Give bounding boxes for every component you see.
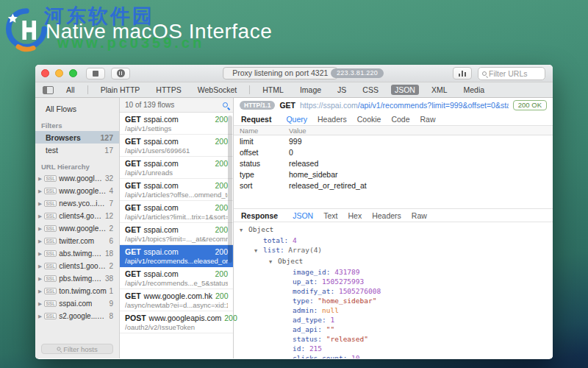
zoom-window-button[interactable] xyxy=(69,69,77,77)
flows-filter-icon[interactable] xyxy=(223,102,228,107)
flow-row[interactable]: GETsspai.com200/api/v1/articles?offse...… xyxy=(120,179,233,201)
close-window-button[interactable] xyxy=(41,69,49,77)
ssl-badge: SSL xyxy=(44,200,57,207)
disclosure-triangle-icon[interactable]: ▶ xyxy=(38,263,42,269)
json-tree-line[interactable]: id: 215 xyxy=(234,344,553,353)
flow-host: sspai.com xyxy=(144,225,179,234)
response-tab-headers[interactable]: Headers xyxy=(372,211,401,220)
stop-capture-button[interactable] xyxy=(86,68,105,79)
flows-scrollbar-thumb[interactable] xyxy=(228,116,232,263)
request-tab-raw[interactable]: Raw xyxy=(420,115,436,124)
flow-row[interactable]: GETsspai.com200/api/v1/unreads xyxy=(120,157,233,179)
json-tree-line[interactable]: ad_type: 1 xyxy=(234,315,553,325)
json-tree-line[interactable]: clicks_count: 10 xyxy=(234,353,553,358)
sidebar-toggle-icon[interactable] xyxy=(43,86,54,94)
tab-https[interactable]: HTTPS xyxy=(152,85,184,95)
tab-media[interactable]: Media xyxy=(460,85,489,95)
json-tree-line[interactable]: image_id: 431789 xyxy=(234,267,553,277)
sidebar-host-clients1-google-com[interactable]: ▶SSLclients1.google.com2 xyxy=(35,260,119,272)
host-count: 18 xyxy=(105,250,113,258)
expand-arrow-icon[interactable]: ▼ xyxy=(269,258,278,267)
json-tree-line[interactable]: ad_api: "" xyxy=(234,325,553,334)
name-column-header[interactable]: Name xyxy=(234,127,289,135)
request-url[interactable]: https://sspai.com/api/v1/recommends?limi… xyxy=(300,101,509,110)
disclosure-triangle-icon[interactable]: ▶ xyxy=(38,314,42,319)
tab-websocket[interactable]: WebSocket xyxy=(194,85,241,95)
json-tree-line[interactable]: modify_at: 1505276008 xyxy=(234,286,553,296)
sidebar-host-www-google-com-hk[interactable]: ▶SSLwww.google.com.hk32 xyxy=(35,172,119,185)
flow-method: GET xyxy=(125,225,141,234)
response-tab-hex[interactable]: Hex xyxy=(348,211,362,220)
flow-row[interactable]: GETsspai.com200/api/v1/users/699661 xyxy=(120,135,233,157)
sidebar-item-all-flows[interactable]: All Flows xyxy=(35,102,119,115)
request-tab-query[interactable]: Query xyxy=(286,115,307,124)
pause-capture-button[interactable] xyxy=(111,68,130,79)
flow-row[interactable]: GETsspai.com200/api/v1/articles?limit...… xyxy=(120,201,233,223)
response-tab-raw[interactable]: Raw xyxy=(412,211,427,220)
ssl-badge: SSL xyxy=(44,263,57,269)
disclosure-triangle-icon[interactable]: ▶ xyxy=(38,238,42,244)
sidebar-host-sspai-com[interactable]: ▶SSLsspai.com9 xyxy=(35,297,119,310)
flow-row[interactable]: GETsspai.com200/api/v1/settings xyxy=(120,113,233,135)
sidebar-host-pbs-twimg-com[interactable]: ▶SSLpbs.twimg.com38 xyxy=(35,272,119,285)
ssl-badge: SSL xyxy=(44,300,57,307)
sidebar-host-news-yco-inator-com[interactable]: ▶SSLnews.yco...inator.com7 xyxy=(35,197,119,210)
flow-host: sspai.com xyxy=(144,247,179,256)
tab-json[interactable]: JSON xyxy=(391,85,419,95)
filter-urls-field[interactable]: Filter URLs xyxy=(478,67,545,80)
disclosure-triangle-icon[interactable]: ▶ xyxy=(38,188,42,194)
disclosure-triangle-icon[interactable]: ▶ xyxy=(38,301,42,307)
response-tab-json[interactable]: JSON xyxy=(293,211,313,220)
sidebar-host-twitter-com[interactable]: ▶SSLtwitter.com6 xyxy=(35,235,119,247)
disclosure-triangle-icon[interactable]: ▶ xyxy=(38,276,42,282)
disclosure-triangle-icon[interactable]: ▶ xyxy=(38,289,42,294)
stats-button[interactable] xyxy=(453,67,472,79)
sidebar-host-www-googleapis-com[interactable]: ▶SSLwww.googleapis.com2 xyxy=(35,222,119,235)
tab-plain-http[interactable]: Plain HTTP xyxy=(97,85,144,95)
json-key: clicks_count: xyxy=(293,354,351,358)
disclosure-triangle-icon[interactable]: ▶ xyxy=(38,201,42,207)
sidebar-filter-browsers[interactable]: Browsers127 xyxy=(35,131,119,144)
json-tree-line[interactable]: type: "home_sidebar" xyxy=(234,296,553,305)
tab-html[interactable]: HTML xyxy=(259,85,287,95)
tab-js[interactable]: JS xyxy=(334,85,350,95)
flow-row[interactable]: GETwww.google.com.hk200/async/newtab?ei=… xyxy=(120,289,233,311)
value-column-header[interactable]: Value xyxy=(289,127,553,135)
flow-row[interactable]: GETsspai.com200/api/v1/recommends...elea… xyxy=(120,245,233,267)
sidebar-filter-test[interactable]: test17 xyxy=(35,144,119,156)
json-tree-line[interactable]: admin: null xyxy=(234,305,553,315)
json-tree-line[interactable]: ▼Object xyxy=(234,256,553,267)
disclosure-triangle-icon[interactable]: ▶ xyxy=(38,176,42,182)
expand-arrow-icon[interactable]: ▼ xyxy=(254,247,263,256)
sidebar-host-abs-twimg-com[interactable]: ▶SSLabs.twimg.com18 xyxy=(35,247,119,260)
filter-hosts-field[interactable]: Filter hosts xyxy=(41,344,113,354)
sidebar-host-www-google-com[interactable]: ▶SSLwww.google.com4 xyxy=(35,185,119,197)
json-tree-line[interactable]: ▼list: Array(4) xyxy=(234,245,553,256)
flow-row[interactable]: GETsspai.com200/api/v1/topics?limit=..._… xyxy=(120,223,233,245)
traffic-lights xyxy=(41,69,77,77)
sidebar-host-ton-twimg-com[interactable]: ▶SSLton.twimg.com1 xyxy=(35,285,119,297)
json-tree-line[interactable]: up_at: 1505275993 xyxy=(234,277,553,286)
json-tree-line[interactable]: status: "released" xyxy=(234,334,553,344)
disclosure-triangle-icon[interactable]: ▶ xyxy=(38,251,42,257)
flow-status: 200 xyxy=(215,159,228,168)
tab-xml[interactable]: XML xyxy=(428,85,451,95)
flow-row[interactable]: POSTwww.googleapis.com200/oauth2/v2/Issu… xyxy=(120,311,233,333)
tab-image[interactable]: Image xyxy=(296,85,325,95)
json-tree-line[interactable]: total: 4 xyxy=(234,236,553,245)
sidebar-host-clients4-google-com[interactable]: ▶SSLclients4.google.com12 xyxy=(35,210,119,222)
response-tab-text[interactable]: Text xyxy=(323,211,337,220)
request-tab-code[interactable]: Code xyxy=(391,115,409,124)
request-tab-headers[interactable]: Headers xyxy=(318,115,347,124)
tab-all[interactable]: All xyxy=(62,85,79,95)
json-tree-line[interactable]: ▼Object xyxy=(234,224,553,236)
sidebar-host-s2-google-ntent-com[interactable]: ▶SSLs2.google...ntent.com8 xyxy=(35,310,119,322)
json-node-label: Object xyxy=(248,225,273,233)
flow-row[interactable]: GETsspai.com200/api/v1/recommends...e_5&… xyxy=(120,267,233,289)
disclosure-triangle-icon[interactable]: ▶ xyxy=(38,213,42,219)
request-tab-cookie[interactable]: Cookie xyxy=(357,115,381,124)
expand-arrow-icon[interactable]: ▼ xyxy=(240,226,248,236)
minimize-window-button[interactable] xyxy=(55,69,63,77)
disclosure-triangle-icon[interactable]: ▶ xyxy=(38,226,42,232)
tab-css[interactable]: CSS xyxy=(359,85,382,95)
